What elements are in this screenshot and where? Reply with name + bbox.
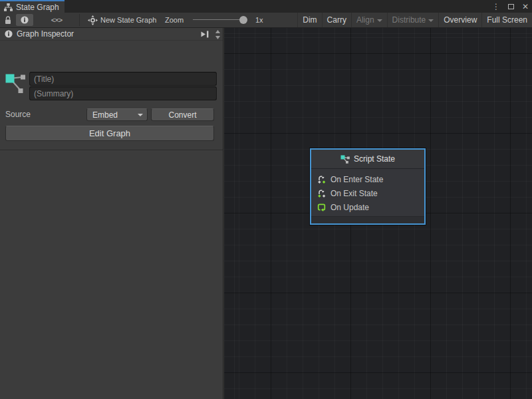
chevron-down-icon bbox=[377, 19, 382, 22]
unity-visual-scripting-window: State Graph ⋮ ✕ bbox=[0, 0, 532, 399]
maximize-icon[interactable] bbox=[505, 1, 516, 12]
graph-breadcrumb-label: New State Graph bbox=[100, 16, 156, 24]
inspector-toggle-button[interactable] bbox=[16, 14, 33, 26]
graph-pointer-button[interactable] bbox=[87, 13, 98, 27]
node-title: Script State bbox=[354, 154, 395, 164]
panel-scrubber-icon[interactable] bbox=[215, 30, 221, 39]
toolbar-right-group: Dim Carry Align Distribute Overview Full… bbox=[297, 13, 532, 27]
graph-inspector-panel: Graph Inspector bbox=[0, 28, 223, 399]
dim-button[interactable]: Dim bbox=[297, 13, 321, 27]
align-dropdown-button[interactable]: Align bbox=[351, 13, 387, 27]
state-graph-node-icon bbox=[340, 155, 350, 164]
event-row-on-exit-state[interactable]: On Exit State bbox=[311, 186, 424, 200]
zoom-value-wrap: 1x bbox=[255, 13, 263, 27]
on-update-icon bbox=[317, 203, 326, 211]
more-icon[interactable]: ⋮ bbox=[491, 1, 501, 12]
source-dropdown[interactable]: Embed bbox=[86, 108, 148, 121]
event-label: On Update bbox=[331, 203, 369, 212]
close-icon[interactable]: ✕ bbox=[520, 1, 531, 12]
distribute-label: Distribute bbox=[392, 15, 426, 25]
graph-inspector-title: Graph Inspector bbox=[17, 29, 74, 39]
event-label: On Enter State bbox=[331, 175, 383, 184]
align-label: Align bbox=[356, 15, 374, 25]
title-bar: State Graph ⋮ ✕ bbox=[0, 0, 532, 13]
event-row-on-update[interactable]: On Update bbox=[311, 200, 424, 214]
on-enter-state-icon bbox=[317, 175, 326, 184]
zoom-slider-thumb[interactable] bbox=[239, 16, 247, 24]
move-icon bbox=[88, 15, 98, 25]
graph-inspector-header: Graph Inspector bbox=[0, 28, 223, 41]
event-row-on-enter-state[interactable]: On Enter State bbox=[311, 172, 424, 186]
zoom-slider[interactable] bbox=[193, 13, 247, 27]
script-state-node-body: On Enter State On Exit State bbox=[311, 169, 424, 223]
node-footer bbox=[311, 216, 424, 223]
state-graph-icon bbox=[4, 3, 13, 11]
panel-divider bbox=[0, 150, 223, 150]
source-dropdown-value: Embed bbox=[92, 110, 118, 120]
chevron-down-icon bbox=[428, 19, 434, 22]
script-state-node-header[interactable]: Script State bbox=[311, 150, 424, 169]
chevron-down-icon bbox=[138, 114, 143, 116]
toolbar-divider bbox=[79, 14, 80, 26]
edit-graph-button[interactable]: Edit Graph bbox=[5, 126, 214, 141]
summary-field[interactable] bbox=[29, 86, 217, 100]
state-graph-node-icon bbox=[5, 70, 25, 96]
event-label: On Exit State bbox=[331, 189, 378, 198]
code-view-button[interactable]: <×> bbox=[47, 13, 66, 27]
on-exit-state-icon bbox=[317, 189, 326, 198]
info-icon bbox=[5, 30, 13, 38]
zoom-value: 1x bbox=[255, 16, 263, 24]
convert-button[interactable]: Convert bbox=[151, 108, 214, 121]
overview-button[interactable]: Overview bbox=[438, 13, 481, 27]
window-controls: ⋮ ✕ bbox=[491, 0, 531, 13]
zoom-label: Zoom bbox=[165, 16, 184, 24]
zoom-label-wrap: Zoom bbox=[165, 13, 184, 27]
tab-state-graph[interactable]: State Graph bbox=[0, 0, 65, 13]
source-label: Source bbox=[5, 110, 31, 119]
info-icon bbox=[21, 16, 29, 24]
lock-icon bbox=[5, 16, 11, 25]
carry-button[interactable]: Carry bbox=[322, 13, 351, 27]
full-screen-button[interactable]: Full Screen bbox=[481, 13, 532, 27]
tab-title: State Graph bbox=[16, 3, 59, 12]
graph-toolbar: <×> New State Graph Zoom 1x bbox=[0, 13, 532, 28]
dock-panel-icon[interactable] bbox=[200, 31, 209, 38]
distribute-dropdown-button[interactable]: Distribute bbox=[387, 13, 439, 27]
graph-canvas[interactable]: Script State On Enter State bbox=[224, 28, 532, 399]
title-field[interactable] bbox=[29, 72, 217, 86]
lock-button[interactable] bbox=[1, 13, 15, 27]
script-state-node[interactable]: Script State On Enter State bbox=[310, 148, 426, 225]
graph-breadcrumb[interactable]: New State Graph bbox=[100, 13, 156, 27]
